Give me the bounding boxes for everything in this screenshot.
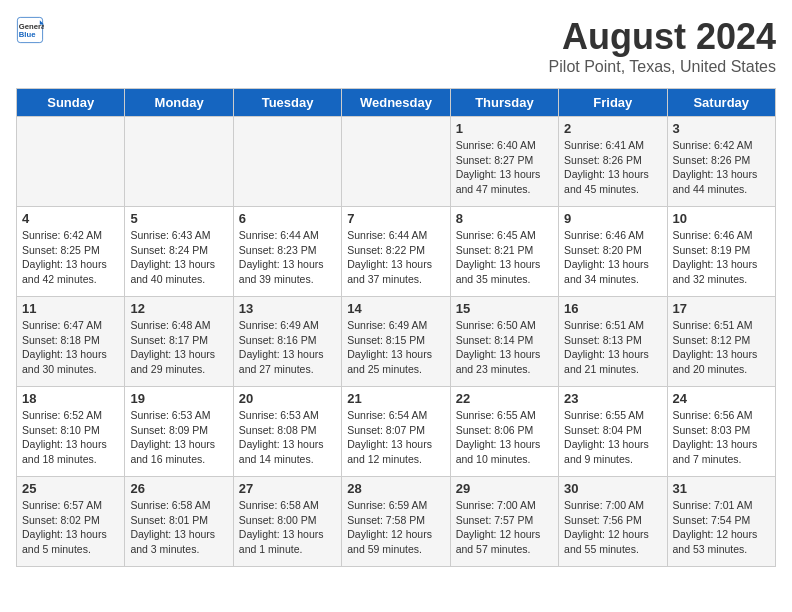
calendar-cell: 2Sunrise: 6:41 AM Sunset: 8:26 PM Daylig…	[559, 117, 667, 207]
subtitle: Pilot Point, Texas, United States	[549, 58, 776, 76]
calendar-cell: 5Sunrise: 6:43 AM Sunset: 8:24 PM Daylig…	[125, 207, 233, 297]
day-number: 2	[564, 121, 661, 136]
cell-content: Sunrise: 6:55 AM Sunset: 8:04 PM Dayligh…	[564, 408, 661, 467]
cell-content: Sunrise: 6:46 AM Sunset: 8:20 PM Dayligh…	[564, 228, 661, 287]
cell-content: Sunrise: 6:42 AM Sunset: 8:26 PM Dayligh…	[673, 138, 770, 197]
calendar-cell: 13Sunrise: 6:49 AM Sunset: 8:16 PM Dayli…	[233, 297, 341, 387]
svg-text:Blue: Blue	[19, 30, 36, 39]
calendar-week-row: 4Sunrise: 6:42 AM Sunset: 8:25 PM Daylig…	[17, 207, 776, 297]
weekday-header-saturday: Saturday	[667, 89, 775, 117]
calendar-cell: 20Sunrise: 6:53 AM Sunset: 8:08 PM Dayli…	[233, 387, 341, 477]
day-number: 24	[673, 391, 770, 406]
day-number: 21	[347, 391, 444, 406]
day-number: 12	[130, 301, 227, 316]
cell-content: Sunrise: 7:00 AM Sunset: 7:57 PM Dayligh…	[456, 498, 553, 557]
day-number: 7	[347, 211, 444, 226]
day-number: 22	[456, 391, 553, 406]
weekday-header-monday: Monday	[125, 89, 233, 117]
day-number: 17	[673, 301, 770, 316]
day-number: 19	[130, 391, 227, 406]
day-number: 29	[456, 481, 553, 496]
day-number: 8	[456, 211, 553, 226]
cell-content: Sunrise: 6:51 AM Sunset: 8:13 PM Dayligh…	[564, 318, 661, 377]
calendar-week-row: 11Sunrise: 6:47 AM Sunset: 8:18 PM Dayli…	[17, 297, 776, 387]
cell-content: Sunrise: 6:58 AM Sunset: 8:01 PM Dayligh…	[130, 498, 227, 557]
calendar-week-row: 18Sunrise: 6:52 AM Sunset: 8:10 PM Dayli…	[17, 387, 776, 477]
calendar-cell: 4Sunrise: 6:42 AM Sunset: 8:25 PM Daylig…	[17, 207, 125, 297]
calendar-cell: 29Sunrise: 7:00 AM Sunset: 7:57 PM Dayli…	[450, 477, 558, 567]
weekday-header-thursday: Thursday	[450, 89, 558, 117]
cell-content: Sunrise: 6:43 AM Sunset: 8:24 PM Dayligh…	[130, 228, 227, 287]
cell-content: Sunrise: 6:53 AM Sunset: 8:08 PM Dayligh…	[239, 408, 336, 467]
day-number: 31	[673, 481, 770, 496]
calendar-body: 1Sunrise: 6:40 AM Sunset: 8:27 PM Daylig…	[17, 117, 776, 567]
cell-content: Sunrise: 6:42 AM Sunset: 8:25 PM Dayligh…	[22, 228, 119, 287]
cell-content: Sunrise: 6:57 AM Sunset: 8:02 PM Dayligh…	[22, 498, 119, 557]
cell-content: Sunrise: 6:52 AM Sunset: 8:10 PM Dayligh…	[22, 408, 119, 467]
cell-content: Sunrise: 6:58 AM Sunset: 8:00 PM Dayligh…	[239, 498, 336, 557]
calendar-header: SundayMondayTuesdayWednesdayThursdayFrid…	[17, 89, 776, 117]
day-number: 28	[347, 481, 444, 496]
calendar-cell	[233, 117, 341, 207]
day-number: 23	[564, 391, 661, 406]
calendar-cell: 23Sunrise: 6:55 AM Sunset: 8:04 PM Dayli…	[559, 387, 667, 477]
weekday-header-tuesday: Tuesday	[233, 89, 341, 117]
calendar-cell: 10Sunrise: 6:46 AM Sunset: 8:19 PM Dayli…	[667, 207, 775, 297]
cell-content: Sunrise: 6:53 AM Sunset: 8:09 PM Dayligh…	[130, 408, 227, 467]
weekday-header-sunday: Sunday	[17, 89, 125, 117]
day-number: 14	[347, 301, 444, 316]
calendar-cell: 16Sunrise: 6:51 AM Sunset: 8:13 PM Dayli…	[559, 297, 667, 387]
page-header: General Blue August 2024 Pilot Point, Te…	[16, 16, 776, 76]
cell-content: Sunrise: 6:44 AM Sunset: 8:23 PM Dayligh…	[239, 228, 336, 287]
calendar-cell: 19Sunrise: 6:53 AM Sunset: 8:09 PM Dayli…	[125, 387, 233, 477]
calendar-cell: 27Sunrise: 6:58 AM Sunset: 8:00 PM Dayli…	[233, 477, 341, 567]
day-number: 20	[239, 391, 336, 406]
main-title: August 2024	[549, 16, 776, 58]
calendar-cell: 15Sunrise: 6:50 AM Sunset: 8:14 PM Dayli…	[450, 297, 558, 387]
title-area: August 2024 Pilot Point, Texas, United S…	[549, 16, 776, 76]
cell-content: Sunrise: 6:54 AM Sunset: 8:07 PM Dayligh…	[347, 408, 444, 467]
calendar-cell: 12Sunrise: 6:48 AM Sunset: 8:17 PM Dayli…	[125, 297, 233, 387]
cell-content: Sunrise: 6:49 AM Sunset: 8:16 PM Dayligh…	[239, 318, 336, 377]
day-number: 6	[239, 211, 336, 226]
calendar-table: SundayMondayTuesdayWednesdayThursdayFrid…	[16, 88, 776, 567]
cell-content: Sunrise: 6:40 AM Sunset: 8:27 PM Dayligh…	[456, 138, 553, 197]
calendar-cell: 6Sunrise: 6:44 AM Sunset: 8:23 PM Daylig…	[233, 207, 341, 297]
calendar-week-row: 1Sunrise: 6:40 AM Sunset: 8:27 PM Daylig…	[17, 117, 776, 207]
logo-icon: General Blue	[16, 16, 44, 44]
calendar-cell: 1Sunrise: 6:40 AM Sunset: 8:27 PM Daylig…	[450, 117, 558, 207]
day-number: 26	[130, 481, 227, 496]
day-number: 15	[456, 301, 553, 316]
weekday-header-friday: Friday	[559, 89, 667, 117]
day-number: 10	[673, 211, 770, 226]
cell-content: Sunrise: 6:41 AM Sunset: 8:26 PM Dayligh…	[564, 138, 661, 197]
weekday-header-wednesday: Wednesday	[342, 89, 450, 117]
cell-content: Sunrise: 6:50 AM Sunset: 8:14 PM Dayligh…	[456, 318, 553, 377]
cell-content: Sunrise: 6:46 AM Sunset: 8:19 PM Dayligh…	[673, 228, 770, 287]
calendar-cell: 17Sunrise: 6:51 AM Sunset: 8:12 PM Dayli…	[667, 297, 775, 387]
calendar-cell: 11Sunrise: 6:47 AM Sunset: 8:18 PM Dayli…	[17, 297, 125, 387]
day-number: 4	[22, 211, 119, 226]
day-number: 27	[239, 481, 336, 496]
logo: General Blue	[16, 16, 44, 44]
calendar-cell: 7Sunrise: 6:44 AM Sunset: 8:22 PM Daylig…	[342, 207, 450, 297]
calendar-week-row: 25Sunrise: 6:57 AM Sunset: 8:02 PM Dayli…	[17, 477, 776, 567]
calendar-cell: 22Sunrise: 6:55 AM Sunset: 8:06 PM Dayli…	[450, 387, 558, 477]
cell-content: Sunrise: 6:48 AM Sunset: 8:17 PM Dayligh…	[130, 318, 227, 377]
calendar-cell: 3Sunrise: 6:42 AM Sunset: 8:26 PM Daylig…	[667, 117, 775, 207]
cell-content: Sunrise: 6:59 AM Sunset: 7:58 PM Dayligh…	[347, 498, 444, 557]
calendar-cell	[342, 117, 450, 207]
calendar-cell: 26Sunrise: 6:58 AM Sunset: 8:01 PM Dayli…	[125, 477, 233, 567]
cell-content: Sunrise: 6:56 AM Sunset: 8:03 PM Dayligh…	[673, 408, 770, 467]
cell-content: Sunrise: 7:01 AM Sunset: 7:54 PM Dayligh…	[673, 498, 770, 557]
day-number: 25	[22, 481, 119, 496]
day-number: 30	[564, 481, 661, 496]
cell-content: Sunrise: 6:55 AM Sunset: 8:06 PM Dayligh…	[456, 408, 553, 467]
calendar-cell: 18Sunrise: 6:52 AM Sunset: 8:10 PM Dayli…	[17, 387, 125, 477]
cell-content: Sunrise: 6:44 AM Sunset: 8:22 PM Dayligh…	[347, 228, 444, 287]
day-number: 16	[564, 301, 661, 316]
day-number: 11	[22, 301, 119, 316]
cell-content: Sunrise: 6:45 AM Sunset: 8:21 PM Dayligh…	[456, 228, 553, 287]
calendar-cell: 24Sunrise: 6:56 AM Sunset: 8:03 PM Dayli…	[667, 387, 775, 477]
calendar-cell: 25Sunrise: 6:57 AM Sunset: 8:02 PM Dayli…	[17, 477, 125, 567]
